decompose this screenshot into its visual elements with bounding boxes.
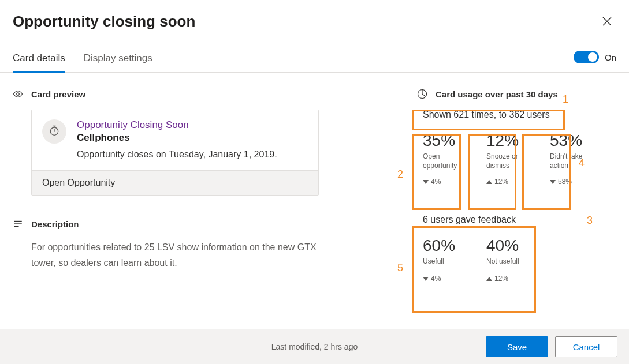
stat-value: 60% <box>423 237 470 255</box>
description-section-title: Description <box>31 219 79 229</box>
delta-value: 4% <box>431 275 441 283</box>
description-icon <box>13 219 23 229</box>
tab-row: Card details Display settings On <box>0 47 629 73</box>
stat-useful: 60% Usefull 4% <box>423 237 470 283</box>
preview-card: Opportunity Closing Soon Cellphones Oppo… <box>31 110 319 196</box>
tab-display-settings[interactable]: Display settings <box>84 47 152 73</box>
description-section: Description For opportunities related to… <box>13 219 325 271</box>
stat-open-opportunity: 35% Open opportunity 4% <box>423 132 470 186</box>
content: Card preview Opportunity Closing Soon <box>0 73 629 283</box>
preview-card-desc: Opportunity closes on Tuesday, January 1… <box>77 149 277 160</box>
header: Opportunity closing soon <box>0 0 629 31</box>
arrow-up-icon <box>486 180 492 184</box>
stat-no-action: 53% Didn't take action 58% <box>550 132 597 186</box>
stat-delta: 12% <box>486 178 534 186</box>
preview-avatar <box>42 119 66 144</box>
left-column: Card preview Opportunity Closing Soon <box>13 89 325 283</box>
preview-text: Opportunity Closing Soon Cellphones Oppo… <box>77 119 277 160</box>
stopwatch-icon <box>49 125 60 138</box>
page-title: Opportunity closing soon <box>13 13 195 31</box>
preview-card-title: Opportunity Closing Soon <box>77 119 277 131</box>
usage-shown-line: Shown 621 times, to 362 users <box>423 110 616 120</box>
stat-value: 53% <box>550 132 597 150</box>
footer: Last modified, 2 hrs ago Save Cancel <box>0 329 629 364</box>
preview-card-subtitle: Cellphones <box>77 132 277 144</box>
delta-value: 4% <box>431 178 441 186</box>
tabs: Card details Display settings <box>13 47 152 72</box>
svg-point-2 <box>17 93 20 96</box>
usage-stat-row: 35% Open opportunity 4% 12% Snooze or di… <box>423 132 616 186</box>
delta-value: 12% <box>494 178 508 186</box>
stat-value: 12% <box>486 132 534 150</box>
stat-not-useful: 40% Not usefull 12% <box>486 237 534 283</box>
cancel-button[interactable]: Cancel <box>555 336 617 357</box>
stat-value: 40% <box>486 237 534 255</box>
usage-section-head: Card usage over past 30 days <box>417 89 616 99</box>
feedback-line: 6 users gave feedback <box>423 215 616 225</box>
annotation-number-5: 5 <box>397 262 403 274</box>
feedback-stat-row: 60% Usefull 4% 40% Not usefull 12% <box>423 237 616 283</box>
right-column: Card usage over past 30 days Shown 621 t… <box>411 89 616 283</box>
toggle-label: On <box>605 52 616 62</box>
stat-label: Didn't take action <box>550 152 597 171</box>
close-icon <box>602 14 612 29</box>
enabled-toggle-wrap: On <box>574 51 616 68</box>
enabled-toggle[interactable] <box>574 51 599 63</box>
arrow-down-icon <box>423 180 429 184</box>
stat-value: 35% <box>423 132 470 150</box>
description-section-head: Description <box>13 219 325 229</box>
delta-value: 58% <box>558 178 572 186</box>
annotation-number-2: 2 <box>397 168 403 181</box>
tab-card-details[interactable]: Card details <box>13 47 65 73</box>
delta-value: 12% <box>494 275 508 283</box>
preview-section-title: Card preview <box>31 89 85 99</box>
last-modified: Last modified, 2 hrs ago <box>271 342 358 351</box>
stat-label: Open opportunity <box>423 152 470 171</box>
close-button[interactable] <box>600 13 614 31</box>
preview-action-button[interactable]: Open Opportunity <box>32 170 318 195</box>
arrow-down-icon <box>550 180 556 184</box>
chart-icon <box>417 89 427 99</box>
usage-section-title: Card usage over past 30 days <box>436 89 558 99</box>
save-button[interactable]: Save <box>486 336 548 357</box>
stat-delta: 4% <box>423 275 470 283</box>
stat-snooze-dismiss: 12% Snooze or dismiss 12% <box>486 132 534 186</box>
preview-card-body: Opportunity Closing Soon Cellphones Oppo… <box>32 110 318 170</box>
stat-label: Snooze or dismiss <box>486 152 534 171</box>
stat-label: Not usefull <box>486 257 534 268</box>
preview-section-head: Card preview <box>13 89 325 99</box>
preview-icon <box>13 89 23 99</box>
description-text: For opportunities related to 25 LSV show… <box>31 239 325 271</box>
stat-delta: 4% <box>423 178 470 186</box>
arrow-down-icon <box>423 277 429 281</box>
arrow-up-icon <box>486 277 492 281</box>
stat-delta: 12% <box>486 275 534 283</box>
stat-label: Usefull <box>423 257 470 268</box>
stat-delta: 58% <box>550 178 597 186</box>
